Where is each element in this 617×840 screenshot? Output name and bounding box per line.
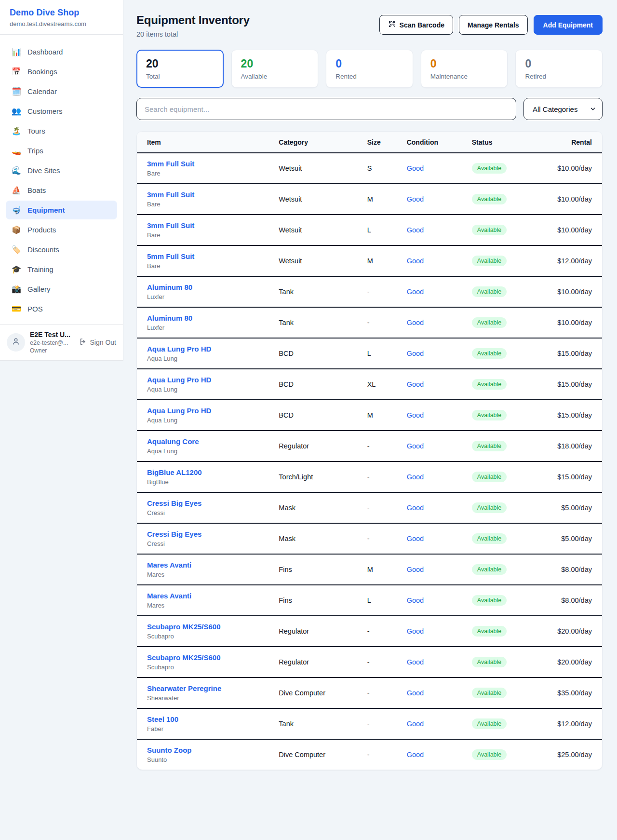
category-select[interactable]: All Categories	[523, 98, 603, 120]
item-name-link[interactable]: Aqua Lung Pro HD	[147, 345, 275, 353]
condition-link[interactable]: Good	[407, 751, 424, 759]
item-brand: Suunto	[147, 756, 275, 763]
item-name-link[interactable]: Scubapro MK25/S600	[147, 653, 275, 662]
status-badge: Available	[472, 163, 507, 174]
item-name-link[interactable]: 3mm Full Suit	[147, 190, 275, 199]
condition-link[interactable]: Good	[407, 535, 424, 542]
rental-value: $25.00/day	[557, 751, 592, 759]
condition-link[interactable]: Good	[407, 380, 424, 388]
condition-cell: Good	[407, 492, 472, 523]
item-name-link[interactable]: Suunto Zoop	[147, 746, 275, 754]
rental-value: $10.00/day	[557, 319, 592, 326]
stat-card-maintenance[interactable]: 0Maintenance	[421, 50, 508, 88]
item-name-link[interactable]: Aqua Lung Pro HD	[147, 406, 275, 415]
sidebar-item-bookings[interactable]: 📅Bookings	[6, 62, 117, 81]
sign-out-icon	[79, 338, 87, 347]
item-name-link[interactable]: Steel 100	[147, 715, 275, 723]
sidebar-item-dive-sites[interactable]: 🌊Dive Sites	[6, 161, 117, 180]
rental-cell: $10.00/day	[542, 276, 602, 307]
condition-link[interactable]: Good	[407, 257, 424, 265]
sidebar-item-dashboard[interactable]: 📊Dashboard	[6, 42, 117, 61]
manage-rentals-button[interactable]: Manage Rentals	[459, 15, 528, 35]
size-cell: M	[367, 245, 407, 276]
sidebar-item-customers[interactable]: 👥Customers	[6, 102, 117, 121]
condition-link[interactable]: Good	[407, 164, 424, 172]
item-name-link[interactable]: Mares Avanti	[147, 561, 275, 569]
table-row: BigBlue AL1200BigBlueTorch/Light-GoodAva…	[137, 461, 602, 492]
stat-card-retired[interactable]: 0Retired	[515, 50, 603, 88]
item-name-link[interactable]: Shearwater Peregrine	[147, 684, 275, 692]
sidebar-item-pos[interactable]: 💳POS	[6, 299, 117, 318]
condition-link[interactable]: Good	[407, 689, 424, 697]
add-equipment-button[interactable]: Add Equipment	[534, 15, 603, 35]
sidebar-item-gallery[interactable]: 📸Gallery	[6, 280, 117, 298]
item-name-link[interactable]: Aqua Lung Pro HD	[147, 376, 275, 384]
condition-link[interactable]: Good	[407, 288, 424, 296]
condition-link[interactable]: Good	[407, 411, 424, 419]
size-value: -	[367, 658, 370, 666]
rental-cell: $12.00/day	[542, 245, 602, 276]
dashboard-icon: 📊	[12, 47, 21, 56]
table-row: Aqua Lung Pro HDAqua LungBCDXLGoodAvaila…	[137, 369, 602, 400]
category-value: Fins	[279, 596, 292, 604]
sidebar-item-products[interactable]: 📦Products	[6, 220, 117, 239]
sidebar-item-boats[interactable]: ⛵Boats	[6, 181, 117, 200]
item-name-link[interactable]: Aqualung Core	[147, 437, 275, 446]
item-name-link[interactable]: 5mm Full Suit	[147, 252, 275, 260]
sign-out-button[interactable]: Sign Out	[79, 338, 116, 347]
table-row: 3mm Full SuitBareWetsuitMGoodAvailable$1…	[137, 184, 602, 215]
condition-link[interactable]: Good	[407, 473, 424, 481]
item-name-link[interactable]: Mares Avanti	[147, 592, 275, 600]
item-name-link[interactable]: Cressi Big Eyes	[147, 499, 275, 507]
stat-card-rented[interactable]: 0Rented	[326, 50, 413, 88]
condition-link[interactable]: Good	[407, 627, 424, 635]
item-name-link[interactable]: Cressi Big Eyes	[147, 530, 275, 538]
sidebar-item-label: Tours	[27, 127, 45, 135]
condition-link[interactable]: Good	[407, 319, 424, 326]
column-header-status: Status	[472, 132, 542, 153]
condition-link[interactable]: Good	[407, 596, 424, 604]
item-name-link[interactable]: Scubapro MK25/S600	[147, 623, 275, 631]
item-cell: Steel 100Faber	[137, 708, 279, 739]
condition-link[interactable]: Good	[407, 504, 424, 512]
sidebar-item-trips[interactable]: 🚤Trips	[6, 141, 117, 160]
status-cell: Available	[472, 369, 542, 400]
condition-link[interactable]: Good	[407, 566, 424, 573]
condition-link[interactable]: Good	[407, 442, 424, 450]
sidebar-item-tours[interactable]: 🏝️Tours	[6, 122, 117, 140]
item-brand: Shearwater	[147, 694, 275, 702]
stat-card-available[interactable]: 20Available	[231, 50, 319, 88]
condition-link[interactable]: Good	[407, 350, 424, 357]
sidebar-item-equipment[interactable]: 🤿Equipment	[6, 201, 117, 219]
status-badge: Available	[472, 749, 507, 760]
condition-link[interactable]: Good	[407, 658, 424, 666]
item-name-link[interactable]: 3mm Full Suit	[147, 221, 275, 230]
status-cell: Available	[472, 647, 542, 677]
item-name-link[interactable]: Aluminum 80	[147, 314, 275, 322]
condition-link[interactable]: Good	[407, 720, 424, 728]
size-value: XL	[367, 380, 376, 388]
sidebar-item-calendar[interactable]: 🗓️Calendar	[6, 82, 117, 101]
condition-link[interactable]: Good	[407, 195, 424, 203]
table-row: Cressi Big EyesCressiMask-GoodAvailable$…	[137, 523, 602, 554]
sidebar-item-label: Equipment	[27, 206, 65, 214]
condition-cell: Good	[407, 523, 472, 554]
status-cell: Available	[472, 245, 542, 276]
item-name-link[interactable]: 3mm Full Suit	[147, 160, 275, 168]
item-cell: Shearwater PeregrineShearwater	[137, 677, 279, 708]
condition-cell: Good	[407, 307, 472, 338]
item-name-link[interactable]: Aluminum 80	[147, 283, 275, 291]
avatar	[7, 333, 25, 352]
sidebar-item-discounts[interactable]: 🏷️Discounts	[6, 240, 117, 259]
sidebar-item-training[interactable]: 🎓Training	[6, 260, 117, 279]
stat-card-total[interactable]: 20Total	[136, 50, 224, 88]
condition-cell: Good	[407, 708, 472, 739]
sidebar-item-label: Trips	[27, 147, 43, 155]
category-cell: Fins	[279, 585, 367, 616]
condition-cell: Good	[407, 677, 472, 708]
search-input[interactable]	[136, 98, 516, 120]
item-name-link[interactable]: BigBlue AL1200	[147, 468, 275, 476]
item-cell: Scubapro MK25/S600Scubapro	[137, 647, 279, 677]
condition-link[interactable]: Good	[407, 226, 424, 234]
scan-barcode-button[interactable]: Scan Barcode	[379, 15, 453, 35]
